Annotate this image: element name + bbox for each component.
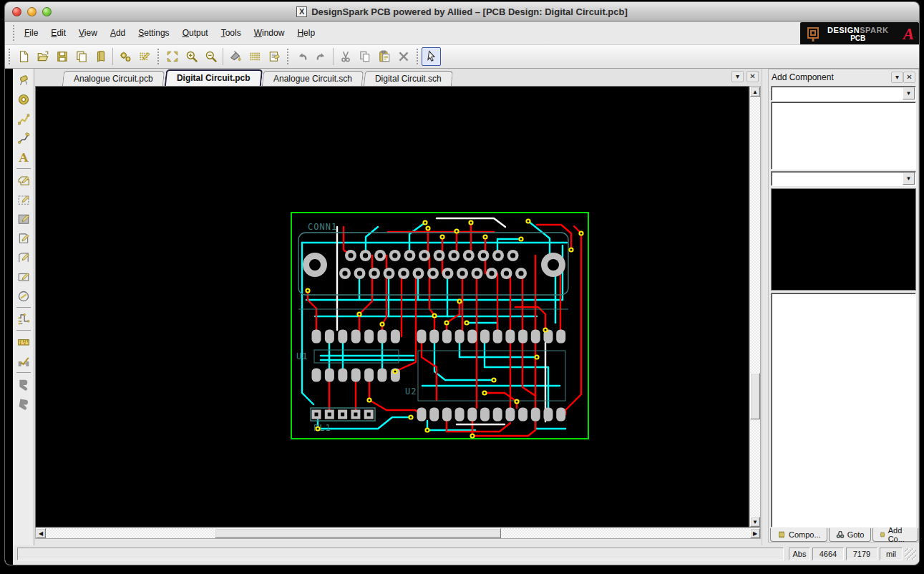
zoom-out-button[interactable] xyxy=(201,47,220,66)
tool-pour-bottom-button[interactable] xyxy=(14,394,33,413)
pad-drill xyxy=(430,271,435,276)
panel-tab-compo[interactable]: Compo... xyxy=(770,528,827,542)
tool-pour-top-icon xyxy=(17,378,30,391)
design-grid-button[interactable] xyxy=(135,47,154,66)
tool-shape-circle-button[interactable] xyxy=(14,286,33,306)
undo-button[interactable] xyxy=(292,47,311,66)
menu-file[interactable]: File xyxy=(18,25,44,41)
menu-output[interactable]: Output xyxy=(176,25,215,41)
pad-drill xyxy=(363,253,368,258)
panel-splitter[interactable] xyxy=(762,69,768,545)
menu-window[interactable]: Window xyxy=(248,25,291,41)
dip-pad xyxy=(312,369,321,382)
panel-close-button[interactable]: ✕ xyxy=(903,72,915,83)
via-drill xyxy=(424,222,427,224)
component-list[interactable] xyxy=(771,102,916,170)
combobox-dropdown-arrow-icon[interactable]: ▼ xyxy=(903,172,915,185)
tab-analogue-circuit-sch[interactable]: Analogue Circuit.sch xyxy=(262,71,364,86)
menu-view[interactable]: View xyxy=(72,25,104,41)
pad-drill xyxy=(504,271,509,276)
panel-tab-goto[interactable]: Goto xyxy=(829,528,871,542)
dip-pad xyxy=(442,408,452,422)
scroll-up-button[interactable]: ▲ xyxy=(750,87,760,97)
title-bar[interactable]: X DesignSpark PCB powered by Allied – [P… xyxy=(4,1,920,21)
menu-tools[interactable]: Tools xyxy=(215,25,248,41)
zoom-in-button[interactable] xyxy=(182,47,201,66)
scroll-down-button[interactable]: ▼ xyxy=(750,517,760,527)
svg-text:A: A xyxy=(18,151,29,164)
tool-component-button[interactable] xyxy=(14,70,33,89)
open-file-button[interactable] xyxy=(33,47,52,66)
toolbar-gripper xyxy=(8,49,11,64)
tool-dimension-button[interactable] xyxy=(14,351,33,371)
library-book-button[interactable] xyxy=(91,47,110,66)
scroll-right-button[interactable]: ▶ xyxy=(750,528,760,538)
panel-menu-button[interactable]: ▾ xyxy=(891,72,903,83)
grid-dots-icon xyxy=(248,50,261,63)
via-drill xyxy=(456,230,458,233)
track-bottom xyxy=(528,221,550,256)
vertical-scroll-thumb[interactable] xyxy=(750,373,760,419)
dip-pad xyxy=(364,369,374,382)
tool-shape-doc-button[interactable] xyxy=(14,228,33,248)
tab-digital-circuit-pcb[interactable]: Digital Circuit.pcb xyxy=(165,69,263,86)
tool-dimension-icon xyxy=(17,355,30,368)
menu-help[interactable]: Help xyxy=(291,25,321,41)
cut-button[interactable] xyxy=(336,47,355,66)
dip-pad xyxy=(544,408,553,422)
tab-digital-circuit-sch[interactable]: Digital Circuit.sch xyxy=(364,71,453,86)
new-file-button[interactable] xyxy=(14,47,33,66)
x11-app-icon: X xyxy=(296,6,307,17)
panel-tab-addco[interactable]: Add Co... xyxy=(872,528,919,542)
save-file-button[interactable] xyxy=(52,47,72,66)
horizontal-scrollbar[interactable]: ◀ ▶ xyxy=(35,527,761,539)
pad-drill xyxy=(495,253,500,258)
tool-shape-doc-icon xyxy=(17,232,30,245)
copy-document-button[interactable] xyxy=(72,47,91,66)
redo-button[interactable] xyxy=(311,47,331,66)
library-select-combobox[interactable]: ▼ xyxy=(771,86,916,101)
via-drill xyxy=(472,435,474,437)
tool-text-button[interactable]: A xyxy=(14,147,33,167)
tool-shape-filled-button[interactable] xyxy=(14,209,33,228)
horizontal-scroll-thumb[interactable] xyxy=(215,528,501,538)
tool-connection-button[interactable] xyxy=(14,128,33,147)
tool-shape-polygon-button[interactable] xyxy=(14,170,33,190)
select-pointer-button[interactable] xyxy=(422,47,441,66)
copy-button[interactable] xyxy=(355,47,374,66)
tool-track-button[interactable] xyxy=(14,109,33,128)
tool-pad-button[interactable] xyxy=(14,89,33,109)
component-preview-pane xyxy=(771,188,916,291)
menu-settings[interactable]: Settings xyxy=(132,25,175,41)
component-filter-combobox[interactable]: ▼ xyxy=(771,171,916,186)
menu-edit[interactable]: Edit xyxy=(44,25,72,41)
designspark-logo-icon xyxy=(806,26,822,43)
tool-shape-open-button[interactable] xyxy=(14,248,33,267)
zoom-full-button[interactable] xyxy=(162,47,182,66)
pcb-design-canvas[interactable]: U1U2PL1CONN1 xyxy=(35,86,749,527)
dip-pad xyxy=(505,408,515,422)
via-drill xyxy=(307,290,309,292)
delete-button[interactable] xyxy=(394,47,413,66)
window-resize-grip[interactable] xyxy=(905,548,916,560)
tab-close-button[interactable]: ✕ xyxy=(747,71,759,82)
combobox-dropdown-arrow-icon[interactable]: ▼ xyxy=(903,87,915,99)
open-file-icon xyxy=(37,50,49,63)
scroll-left-button[interactable]: ◀ xyxy=(36,528,46,538)
vertical-scrollbar[interactable]: ▲ ▼ xyxy=(749,86,761,527)
via-drill xyxy=(442,236,444,238)
tool-pour-top-button[interactable] xyxy=(14,374,33,394)
settings-gears-button[interactable] xyxy=(115,47,135,66)
tool-auto-route-button[interactable] xyxy=(14,309,33,329)
tool-shape-select-button[interactable] xyxy=(14,190,33,209)
menu-add[interactable]: Add xyxy=(104,25,132,41)
tab-analogue-circuit-pcb[interactable]: Analogue Circuit.pcb xyxy=(62,71,165,86)
tool-shape-rect-button[interactable] xyxy=(14,267,33,286)
report-properties-button[interactable] xyxy=(264,47,283,66)
grid-dots-button[interactable] xyxy=(245,47,264,66)
tool-measure-button[interactable]: 12 xyxy=(14,332,33,351)
color-fill-button[interactable] xyxy=(225,47,245,66)
paste-button[interactable] xyxy=(374,47,394,66)
dip-pad xyxy=(417,408,427,422)
tab-list-menu-button[interactable]: ▾ xyxy=(731,71,744,82)
